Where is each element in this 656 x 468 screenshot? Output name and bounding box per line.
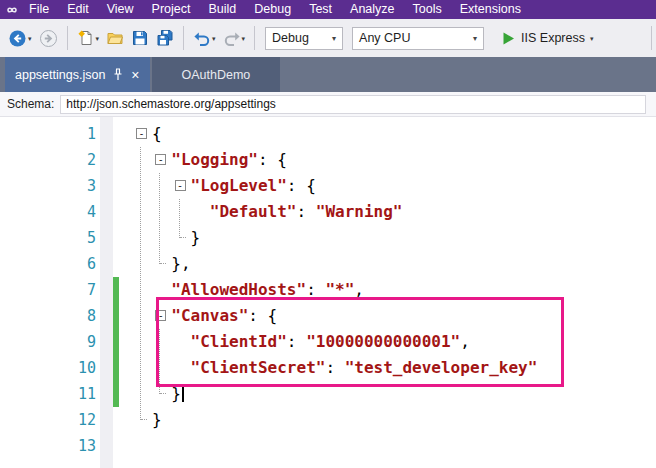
chevron-down-icon[interactable]: ▾ xyxy=(28,35,32,42)
new-file-icon xyxy=(77,29,95,47)
menu-item-debug[interactable]: Debug xyxy=(245,0,300,19)
new-file-button[interactable]: ▾ xyxy=(75,27,102,49)
save-all-button[interactable] xyxy=(154,27,176,49)
toolbar-separator xyxy=(254,26,255,50)
menu-item-extensions[interactable]: Extensions xyxy=(451,0,530,19)
collapse-region-button[interactable]: - xyxy=(136,128,147,139)
glyph-margin xyxy=(100,407,113,433)
tab-oauthdemo[interactable]: OAuthDemo xyxy=(152,57,281,92)
navigate-forward-icon xyxy=(39,29,58,48)
code-line[interactable]: 4 "Default": "Warning" xyxy=(0,199,656,225)
glyph-margin xyxy=(100,303,113,329)
json-punctuation-token: : { xyxy=(248,306,277,325)
glyph-margin xyxy=(100,277,113,303)
line-number: 8 xyxy=(0,303,100,329)
line-number: 7 xyxy=(0,277,100,303)
code-line[interactable]: 11 } xyxy=(0,381,656,407)
redo-icon xyxy=(223,29,241,47)
code-line[interactable]: 3 "LogLevel": {- xyxy=(0,173,656,199)
outlining-guide-line xyxy=(159,329,160,394)
menu-item-build[interactable]: Build xyxy=(199,0,245,19)
menu-item-view[interactable]: View xyxy=(98,0,143,19)
glyph-margin xyxy=(100,433,113,459)
json-punctuation-token: , xyxy=(354,280,364,299)
code-line[interactable]: 5 } xyxy=(0,225,656,251)
json-string-token: "Logging" xyxy=(171,150,258,169)
navigate-forward-button[interactable] xyxy=(37,27,60,50)
code-line[interactable]: 10 "ClientSecret": "test_developer_key" xyxy=(0,355,656,381)
chevron-down-icon[interactable]: ▾ xyxy=(212,35,216,42)
schema-value-dropdown[interactable]: http://json.schemastore.org/appsettings xyxy=(60,95,646,114)
solution-configuration-dropdown[interactable]: Debug ▾ xyxy=(265,27,343,50)
code-line[interactable]: 8 "Canvas": {- xyxy=(0,303,656,329)
menu-item-analyze[interactable]: Analyze xyxy=(341,0,403,19)
schema-bar: Schema: http://json.schemastore.org/apps… xyxy=(0,92,656,117)
undo-icon xyxy=(193,29,211,47)
code-lines: 1{-2 "Logging": {-3 "LogLevel": {-4 "Def… xyxy=(0,117,656,459)
schema-value: http://json.schemastore.org/appsettings xyxy=(66,97,275,111)
code-line[interactable]: 6 }, xyxy=(0,251,656,277)
run-iis-express-button[interactable]: IIS Express ▾ xyxy=(495,30,599,47)
json-string-token: "10000000000001" xyxy=(306,332,460,351)
menu-item-edit[interactable]: Edit xyxy=(58,0,98,19)
tab-appsettings-json[interactable]: appsettings.json × xyxy=(5,57,150,92)
menu-item-file[interactable]: File xyxy=(20,0,58,19)
json-punctuation-token xyxy=(152,358,191,377)
line-number: 5 xyxy=(0,225,100,251)
json-punctuation-token: : { xyxy=(287,176,316,195)
code-line[interactable]: 13 xyxy=(0,433,656,459)
pin-icon[interactable] xyxy=(112,68,124,81)
code-text: } xyxy=(119,381,184,407)
solution-platform-value: Any CPU xyxy=(359,31,410,45)
json-punctuation-token xyxy=(152,280,171,299)
collapse-region-button[interactable]: - xyxy=(155,310,166,321)
solution-platform-dropdown[interactable]: Any CPU ▾ xyxy=(352,27,484,50)
line-number: 4 xyxy=(0,199,100,225)
code-text: {- xyxy=(119,121,162,147)
toolbar-separator xyxy=(67,26,68,50)
line-number: 1 xyxy=(0,121,100,147)
navigate-back-icon xyxy=(8,29,27,48)
menu-item-test[interactable]: Test xyxy=(300,0,341,19)
collapse-region-button[interactable]: - xyxy=(175,180,186,191)
json-punctuation-token: : xyxy=(325,358,344,377)
tab-label: OAuthDemo xyxy=(182,68,251,82)
code-editor[interactable]: 1{-2 "Logging": {-3 "LogLevel": {-4 "Def… xyxy=(0,117,656,468)
line-number: 3 xyxy=(0,173,100,199)
save-button[interactable] xyxy=(129,27,151,49)
chevron-down-icon[interactable]: ▾ xyxy=(96,35,100,42)
json-punctuation-token: : { xyxy=(258,150,287,169)
code-line[interactable]: 9 "ClientId": "10000000000001", xyxy=(0,329,656,355)
open-file-button[interactable] xyxy=(104,27,126,49)
glyph-margin xyxy=(100,355,113,381)
code-text: "ClientId": "10000000000001", xyxy=(119,329,470,355)
code-line[interactable]: 12} xyxy=(0,407,656,433)
collapse-region-button[interactable]: - xyxy=(155,154,166,165)
menu-item-project[interactable]: Project xyxy=(143,0,200,19)
code-text xyxy=(119,433,152,459)
redo-button[interactable]: ▾ xyxy=(221,27,248,49)
json-punctuation-token xyxy=(152,202,210,221)
json-string-token: "LogLevel" xyxy=(191,176,287,195)
code-line[interactable]: 1{- xyxy=(0,121,656,147)
chevron-down-icon[interactable]: ▾ xyxy=(590,35,594,42)
line-number: 9 xyxy=(0,329,100,355)
document-tab-bar: appsettings.json × OAuthDemo xyxy=(0,57,656,92)
line-number: 13 xyxy=(0,433,100,459)
json-punctuation-token: : xyxy=(306,280,325,299)
glyph-margin xyxy=(100,121,113,147)
undo-button[interactable]: ▾ xyxy=(191,27,218,49)
chevron-down-icon[interactable]: ▾ xyxy=(242,35,246,42)
play-icon xyxy=(501,31,516,46)
menu-item-tools[interactable]: Tools xyxy=(404,0,451,19)
glyph-margin xyxy=(100,329,113,355)
line-number: 11 xyxy=(0,381,100,407)
code-line[interactable]: 7 "AllowedHosts": "*", xyxy=(0,277,656,303)
navigate-back-button[interactable]: ▾ xyxy=(6,27,34,50)
line-number: 10 xyxy=(0,355,100,381)
menu-bar-items: FileEditViewProjectBuildDebugTestAnalyze… xyxy=(20,0,530,19)
json-string-token: "ClientSecret" xyxy=(191,358,326,377)
json-string-token: "Default" xyxy=(210,202,297,221)
close-icon[interactable]: × xyxy=(131,68,139,82)
code-line[interactable]: 2 "Logging": {- xyxy=(0,147,656,173)
